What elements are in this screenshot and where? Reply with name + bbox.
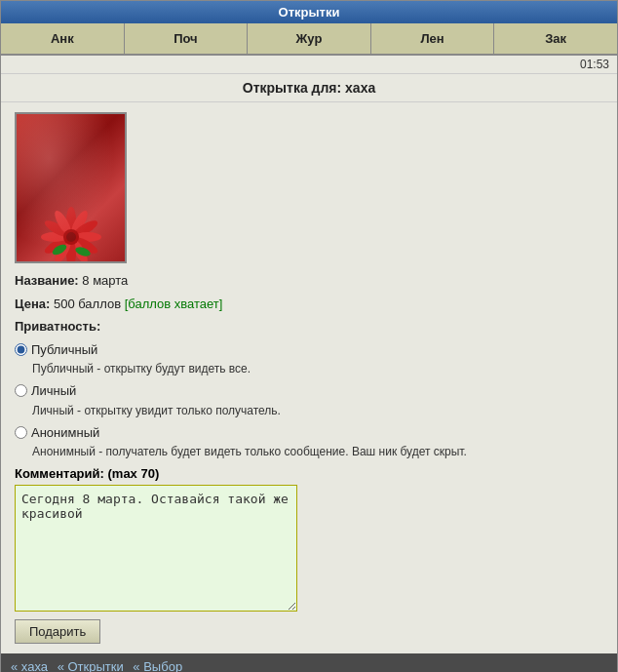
svg-point-7: [66, 240, 76, 261]
nav-item-ank[interactable]: Анк: [1, 23, 125, 54]
price-value: 500 баллов: [54, 296, 121, 311]
nav-bar: Анк Поч Жур Лен Зак: [1, 23, 617, 56]
time-display: 01:53: [580, 58, 609, 71]
svg-point-16: [74, 246, 92, 258]
breadcrumb-choice[interactable]: « Выбор: [133, 659, 182, 672]
name-value: 8 марта: [82, 273, 128, 288]
svg-point-6: [68, 237, 91, 261]
private-desc: Личный - открытку увидит только получате…: [32, 402, 603, 419]
radio-public[interactable]: [15, 343, 27, 356]
radio-anon-option: Анонимный: [15, 423, 603, 443]
svg-point-14: [66, 232, 76, 242]
radio-private[interactable]: [15, 384, 27, 397]
radio-anon-group: Анонимный Анонимный - получатель будет в…: [15, 423, 603, 461]
radio-public-label[interactable]: Публичный: [31, 340, 97, 360]
radio-public-option: Публичный: [15, 340, 603, 360]
nav-item-poch[interactable]: Поч: [125, 23, 249, 54]
title-text: Открытки: [279, 5, 340, 20]
name-label: Название:: [15, 273, 79, 288]
svg-point-4: [74, 232, 101, 242]
privacy-section: Приватность: Публичный Публичный - откры…: [15, 317, 603, 460]
svg-point-0: [59, 225, 83, 249]
breadcrumb-cards[interactable]: « Открытки: [58, 659, 124, 672]
card-image: [15, 112, 127, 263]
svg-point-12: [52, 209, 74, 237]
comment-max: (max 70): [108, 466, 160, 481]
anon-desc: Анонимный - получатель будет видеть толь…: [32, 443, 603, 460]
radio-private-option: Личный: [15, 381, 603, 401]
svg-point-9: [42, 234, 70, 257]
radio-public-group: Публичный Публичный - открытку будут вид…: [15, 340, 603, 378]
radio-anon[interactable]: [15, 426, 27, 439]
svg-point-8: [52, 237, 74, 261]
svg-point-15: [51, 243, 68, 257]
submit-button[interactable]: Подарить: [15, 619, 100, 644]
nav-item-len[interactable]: Лен: [371, 23, 495, 54]
privacy-label: Приватность:: [15, 317, 603, 336]
breadcrumb-haha[interactable]: « хаха: [11, 659, 48, 672]
public-desc: Публичный - открытку будут видеть все.: [32, 360, 603, 377]
svg-point-11: [42, 217, 70, 240]
page-title: Открытка для: хаха: [1, 74, 617, 102]
price-status: [баллов хватает]: [125, 296, 223, 311]
comment-label: Комментарий: (max 70): [15, 466, 603, 481]
svg-point-3: [71, 217, 99, 240]
nav-item-zak[interactable]: Зак: [494, 23, 617, 54]
svg-point-13: [63, 229, 79, 245]
price-label: Цена:: [15, 296, 50, 311]
svg-point-2: [68, 209, 91, 237]
flower-decoration: [32, 183, 110, 261]
svg-point-10: [41, 232, 68, 242]
comment-section: Комментарий: (max 70) Сегодня 8 марта. О…: [15, 466, 603, 612]
svg-point-5: [71, 234, 99, 257]
title-bar: Открытки: [1, 1, 617, 23]
card-name-row: Название: 8 марта: [15, 271, 603, 291]
nav-item-zhur[interactable]: Жур: [248, 23, 371, 54]
comment-textarea[interactable]: Сегодня 8 марта. Оставайся такой же крас…: [15, 485, 297, 612]
card-price-row: Цена: 500 баллов [баллов хватает]: [15, 295, 603, 314]
main-window: Открытки Анк Поч Жур Лен Зак 01:53 Откры…: [0, 0, 618, 672]
breadcrumb-bar: « хаха « Открытки « Выбор: [1, 653, 617, 672]
svg-point-1: [66, 207, 76, 234]
radio-private-label[interactable]: Личный: [31, 381, 76, 401]
content-area: Название: 8 марта Цена: 500 баллов [балл…: [1, 102, 617, 653]
time-bar: 01:53: [1, 56, 617, 74]
radio-private-group: Личный Личный - открытку увидит только п…: [15, 381, 603, 419]
radio-anon-label[interactable]: Анонимный: [31, 423, 99, 443]
